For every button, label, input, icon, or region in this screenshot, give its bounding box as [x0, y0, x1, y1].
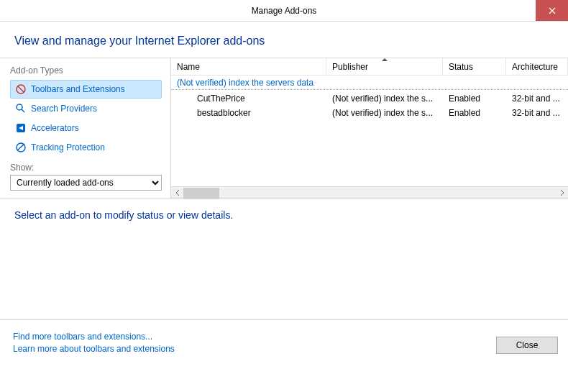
details-placeholder-text: Select an add-on to modify status or vie… [14, 209, 554, 221]
sidebar-item-label: Accelerators [31, 123, 79, 133]
svg-line-6 [17, 144, 24, 150]
scroll-thumb[interactable] [183, 188, 219, 199]
cell-status: Enabled [443, 94, 506, 104]
column-header-publisher[interactable]: Publisher [326, 58, 443, 75]
cell-architecture: 32-bit and ... [506, 108, 568, 118]
titlebar: Manage Add-ons [0, 0, 568, 22]
page-title: View and manage your Internet Explorer a… [14, 35, 554, 47]
chevron-left-icon [175, 190, 180, 196]
details-panel: Select an add-on to modify status or vie… [0, 199, 568, 319]
cell-architecture: 32-bit and ... [506, 94, 568, 104]
sidebar-item-search-providers[interactable]: Search Providers [10, 99, 162, 118]
scroll-left-button[interactable] [171, 187, 183, 199]
cell-name: CutThePrice [171, 94, 326, 104]
table-body: (Not verified) index the servers data Cu… [171, 76, 568, 186]
show-select[interactable]: Currently loaded add-ons [10, 175, 162, 191]
window-title: Manage Add-ons [252, 6, 317, 16]
main-panel: Name Publisher Status Architecture (Not … [171, 58, 568, 199]
svg-point-2 [17, 104, 22, 110]
column-header-status[interactable]: Status [443, 58, 506, 75]
cell-name: bestadblocker [171, 108, 326, 118]
cell-publisher: (Not verified) index the s... [326, 108, 443, 118]
close-icon [549, 7, 556, 14]
learn-more-link[interactable]: Learn more about toolbars and extensions [13, 344, 175, 354]
sidebar-item-label: Toolbars and Extensions [31, 84, 125, 94]
toolbar-icon [15, 83, 27, 95]
scroll-right-button[interactable] [556, 187, 568, 199]
scroll-track[interactable] [183, 187, 556, 199]
table-header: Name Publisher Status Architecture [171, 58, 568, 76]
sidebar: Add-on Types Toolbars and Extensions Sea… [0, 58, 171, 199]
table-row[interactable]: bestadblocker (Not verified) index the s… [171, 106, 568, 120]
show-label: Show: [10, 163, 162, 173]
cell-publisher: (Not verified) index the s... [326, 94, 443, 104]
sidebar-item-toolbars-extensions[interactable]: Toolbars and Extensions [10, 80, 162, 99]
sidebar-item-accelerators[interactable]: Accelerators [10, 119, 162, 137]
find-more-link[interactable]: Find more toolbars and extensions... [13, 332, 175, 342]
content-area: Add-on Types Toolbars and Extensions Sea… [0, 58, 568, 199]
table-group-header[interactable]: (Not verified) index the servers data [171, 76, 568, 90]
footer: Find more toolbars and extensions... Lea… [0, 319, 568, 361]
sidebar-item-label: Search Providers [31, 104, 97, 114]
table-row[interactable]: CutThePrice (Not verified) index the s..… [171, 91, 568, 106]
tracking-protection-icon [15, 142, 27, 153]
sidebar-item-tracking-protection[interactable]: Tracking Protection [10, 138, 162, 157]
svg-line-3 [22, 109, 24, 112]
chevron-right-icon [560, 190, 564, 196]
search-icon [15, 103, 27, 114]
column-header-architecture[interactable]: Architecture [506, 58, 568, 75]
sidebar-item-label: Tracking Protection [31, 142, 105, 152]
header: View and manage your Internet Explorer a… [0, 22, 568, 58]
horizontal-scrollbar[interactable] [171, 186, 568, 199]
accelerator-icon [15, 122, 27, 134]
close-button[interactable]: Close [496, 337, 558, 354]
cell-status: Enabled [443, 108, 506, 118]
svg-line-1 [18, 86, 24, 92]
column-header-name[interactable]: Name [171, 58, 326, 75]
window-close-button[interactable] [536, 0, 568, 21]
addon-types-label: Add-on Types [10, 65, 162, 76]
footer-links: Find more toolbars and extensions... Lea… [13, 332, 175, 354]
